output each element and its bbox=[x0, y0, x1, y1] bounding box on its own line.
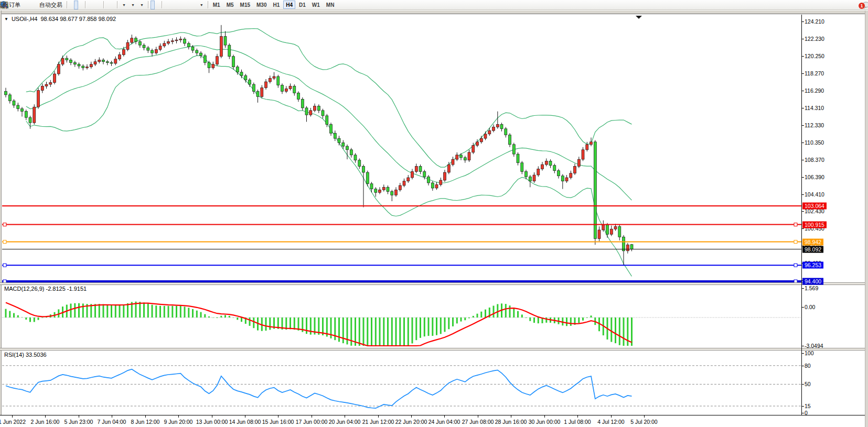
panel-separator[interactable] bbox=[0, 348, 865, 351]
indicators-add-button[interactable]: ▼ bbox=[120, 1, 128, 9]
price-tick bbox=[801, 211, 804, 212]
chart-title: ▼ USOil-,H4 98.634 98.677 97.858 98.092 bbox=[4, 16, 116, 22]
price-tick bbox=[801, 73, 804, 74]
rsi-axis-label: 15 bbox=[805, 402, 811, 409]
signals-button[interactable] bbox=[33, 1, 37, 9]
time-axis-label: 27 Jun 08:00 bbox=[462, 419, 494, 425]
time-tick bbox=[378, 415, 379, 418]
time-tick bbox=[178, 415, 179, 418]
timeframe-m1-button[interactable]: M1 bbox=[210, 1, 223, 9]
price-tick bbox=[801, 177, 804, 178]
price-level-badge: 98.092 bbox=[802, 246, 823, 253]
price-axis-label: 104.410 bbox=[805, 191, 824, 198]
time-axis-label: 22 Jun 20:00 bbox=[395, 419, 427, 425]
rsi-axis-tick bbox=[801, 353, 804, 354]
candlestick-mode-button[interactable] bbox=[74, 1, 78, 9]
toolbar-separator bbox=[148, 1, 148, 8]
time-tick bbox=[611, 415, 612, 418]
rsi-panel-canvas[interactable] bbox=[0, 351, 802, 415]
zoom-in-button[interactable] bbox=[88, 1, 92, 9]
price-tick bbox=[801, 21, 804, 22]
arrows-tool-button[interactable]: ▼ bbox=[197, 1, 206, 9]
notifications-button[interactable]: 1 bbox=[860, 1, 864, 9]
macd-label: MACD(12,26,9) -2.8125 -1.9151 bbox=[4, 286, 87, 292]
auto-trading-button[interactable]: 自动交易 bbox=[37, 1, 65, 9]
trendline-tool-button[interactable] bbox=[174, 1, 178, 9]
macd-axis-tick bbox=[801, 307, 804, 308]
price-tick bbox=[801, 91, 804, 91]
time-tick bbox=[245, 415, 245, 418]
price-tick bbox=[801, 228, 804, 229]
zoom-out-button[interactable] bbox=[92, 1, 97, 9]
timeframe-d1-button[interactable]: D1 bbox=[296, 1, 308, 9]
timeframe-w1-button[interactable]: W1 bbox=[309, 1, 323, 9]
time-axis-label: 20 Jun 04:00 bbox=[329, 419, 361, 425]
toolbar-separator bbox=[67, 1, 67, 8]
toolbar-separator bbox=[85, 1, 85, 8]
time-axis-label: 5 Jun 23:00 bbox=[65, 419, 93, 425]
time-axis-label: 15 Jun 16:00 bbox=[262, 419, 294, 425]
price-chart-canvas[interactable] bbox=[0, 15, 802, 283]
price-tick bbox=[801, 125, 804, 126]
horizontal-line-tool-button[interactable] bbox=[169, 1, 173, 9]
chevron-down-icon[interactable]: ▼ bbox=[4, 17, 8, 21]
chart-shift-marker bbox=[636, 16, 642, 19]
text-label-tool-button[interactable]: T bbox=[192, 1, 197, 9]
price-tick bbox=[801, 108, 804, 108]
time-axis-label: 4 Jul 12:00 bbox=[597, 419, 624, 425]
time-tick bbox=[411, 415, 412, 418]
periods-button[interactable]: ▼ bbox=[128, 1, 137, 9]
time-axis-label: 28 Jun 16:00 bbox=[495, 419, 527, 425]
time-axis[interactable]: 1 Jun 20222 Jun 16:005 Jun 23:007 Jun 04… bbox=[0, 415, 865, 427]
timeframe-m30-button[interactable]: M30 bbox=[254, 1, 269, 9]
rsi-label: RSI(14) 33.5036 bbox=[4, 352, 47, 358]
macd-axis-label: 1.569 bbox=[805, 285, 818, 292]
mt4-terminal-window: 新订单 自动交易 bbox=[0, 0, 868, 427]
rsi-line bbox=[6, 369, 632, 408]
templates-button[interactable]: ▼ bbox=[137, 1, 146, 9]
channel-tool-button[interactable]: E bbox=[178, 1, 183, 9]
timeframe-h1-button[interactable]: H1 bbox=[270, 1, 282, 9]
timeframe-h4-button[interactable]: H4 bbox=[283, 1, 295, 9]
macd-axis-label: 0.00 bbox=[805, 304, 815, 311]
crosshair-tool-button[interactable] bbox=[155, 1, 159, 9]
time-tick bbox=[544, 415, 545, 418]
rsi-axis-label: 80 bbox=[805, 362, 811, 369]
timeframe-m15-button[interactable]: M15 bbox=[238, 1, 253, 9]
tile-windows-button[interactable] bbox=[97, 1, 101, 9]
toolbar-separator bbox=[208, 1, 208, 8]
price-axis-label: 120.250 bbox=[805, 52, 824, 59]
time-axis-label: 8 Jun 12:00 bbox=[131, 419, 160, 425]
chart-window: ▼ USOil-,H4 98.634 98.677 97.858 98.092 … bbox=[0, 10, 868, 427]
timeframe-mn-button[interactable]: MN bbox=[324, 1, 337, 9]
time-tick bbox=[478, 415, 478, 418]
time-tick bbox=[511, 415, 511, 418]
price-axis-label: 110.350 bbox=[805, 139, 824, 146]
metaquotes-gem-icon[interactable] bbox=[23, 1, 27, 9]
time-tick bbox=[212, 415, 212, 418]
auto-trading-label: 自动交易 bbox=[39, 1, 62, 9]
auto-scroll-button[interactable] bbox=[106, 1, 110, 9]
time-tick bbox=[79, 415, 79, 418]
vertical-line-tool-button[interactable] bbox=[164, 1, 168, 9]
cursor-tool-button[interactable] bbox=[151, 1, 155, 9]
notification-badge: 1 bbox=[859, 3, 865, 9]
time-axis-label: 2 Jun 16:00 bbox=[31, 419, 60, 425]
toolbar-separator bbox=[103, 1, 104, 8]
text-tool-button[interactable]: A bbox=[188, 1, 192, 9]
main-toolbar: 新订单 自动交易 bbox=[0, 0, 868, 10]
time-axis-label: 17 Jun 00:00 bbox=[296, 419, 328, 425]
timeframe-m5-button[interactable]: M5 bbox=[224, 1, 237, 9]
time-axis-label: 21 Jun 12:00 bbox=[362, 419, 394, 425]
time-axis-label: 9 Jun 20:00 bbox=[164, 419, 193, 425]
time-tick bbox=[12, 415, 13, 418]
community-button[interactable] bbox=[28, 1, 32, 9]
fibonacci-tool-button[interactable]: F bbox=[183, 1, 187, 9]
macd-panel-canvas[interactable] bbox=[0, 285, 802, 348]
time-tick bbox=[45, 415, 46, 418]
bar-chart-mode-button[interactable] bbox=[69, 1, 73, 9]
chart-shift-button[interactable] bbox=[111, 1, 115, 9]
price-axis-label: 118.270 bbox=[805, 70, 824, 76]
price-tick bbox=[801, 39, 804, 39]
line-chart-mode-button[interactable] bbox=[79, 1, 83, 9]
